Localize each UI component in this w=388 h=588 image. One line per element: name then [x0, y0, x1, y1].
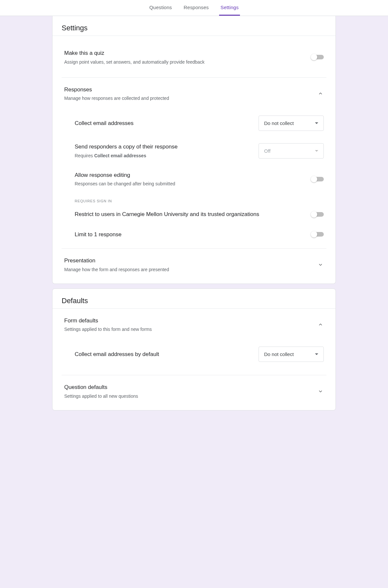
send-copy-dropdown[interactable]: Off	[259, 143, 324, 159]
restrict-toggle[interactable]	[312, 212, 324, 217]
allow-edit-label: Allow response editing	[75, 171, 306, 179]
caret-down-icon	[315, 150, 318, 152]
tab-bar: Questions Responses Settings	[0, 0, 388, 16]
caret-down-icon	[315, 122, 318, 124]
collect-default-value: Do not collect	[264, 351, 294, 357]
form-defaults-collapse[interactable]	[317, 321, 324, 328]
chevron-down-icon	[318, 262, 323, 267]
defaults-title: Defaults	[52, 289, 336, 309]
allow-edit-toggle[interactable]	[312, 177, 324, 181]
form-defaults-sub: Settings applied to this form and new fo…	[64, 326, 312, 333]
requires-signin-header: REQUIRES SIGN IN	[75, 193, 324, 204]
quiz-sub: Assign point values, set answers, and au…	[64, 59, 306, 66]
presentation-sub: Manage how the form and responses are pr…	[64, 266, 312, 273]
collect-email-dropdown[interactable]: Do not collect	[259, 116, 324, 131]
defaults-card: Defaults Form defaults Settings applied …	[52, 288, 336, 410]
collect-email-label: Collect email addresses	[75, 119, 133, 128]
responses-sub: Manage how responses are collected and p…	[64, 95, 312, 102]
collect-email-value: Do not collect	[264, 120, 294, 126]
tab-settings[interactable]: Settings	[219, 0, 240, 16]
responses-collapse[interactable]	[317, 90, 324, 97]
presentation-title: Presentation	[64, 256, 312, 265]
restrict-label: Restrict to users in Carnegie Mellon Uni…	[75, 210, 259, 219]
settings-title: Settings	[52, 16, 336, 36]
form-defaults-title: Form defaults	[64, 317, 312, 325]
collect-default-label: Collect email addresses by default	[75, 350, 159, 359]
allow-edit-sub: Responses can be changed after being sub…	[75, 180, 306, 187]
chevron-up-icon	[318, 91, 323, 96]
question-defaults-sub: Settings applied to all new questions	[64, 393, 312, 400]
tab-responses[interactable]: Responses	[182, 0, 210, 16]
limit-one-toggle[interactable]	[312, 232, 324, 237]
send-copy-sub: Requires Collect email addresses	[75, 152, 253, 159]
send-copy-label: Send responders a copy of their response	[75, 143, 253, 151]
responses-title: Responses	[64, 85, 312, 94]
question-defaults-title: Question defaults	[64, 383, 312, 392]
quiz-title: Make this a quiz	[64, 49, 306, 57]
limit-one-label: Limit to 1 response	[75, 230, 122, 239]
chevron-down-icon	[318, 389, 323, 394]
send-copy-value: Off	[264, 148, 271, 154]
caret-down-icon	[315, 353, 318, 355]
question-defaults-expand[interactable]	[317, 388, 324, 395]
chevron-up-icon	[318, 322, 323, 327]
presentation-expand[interactable]	[317, 261, 324, 268]
collect-default-dropdown[interactable]: Do not collect	[259, 347, 324, 362]
settings-card: Settings Make this a quiz Assign point v…	[52, 16, 336, 284]
quiz-toggle[interactable]	[312, 55, 324, 59]
tab-questions[interactable]: Questions	[148, 0, 173, 16]
